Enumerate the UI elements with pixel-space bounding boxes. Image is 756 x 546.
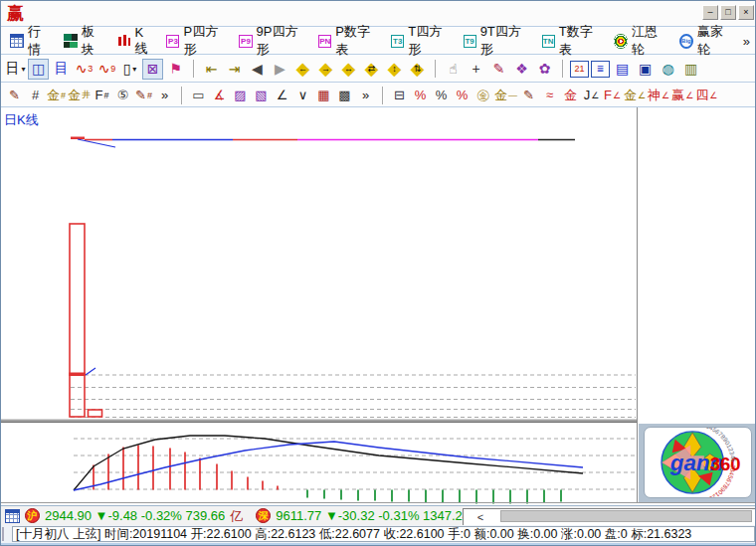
gold-line-tool[interactable]: 金—	[494, 86, 517, 104]
pattern-window-button[interactable]: ⊠	[142, 59, 163, 80]
menu-formula-stock-picker[interactable]	[80, 11, 92, 17]
quotes-button[interactable]: 行情	[4, 29, 58, 53]
gold-angle-tool[interactable]: 金∠	[624, 86, 646, 104]
quote-info-field: [十月初八 上弦] 时间:20191104 开:22.6100 高:22.612…	[12, 526, 755, 542]
sectors-button[interactable]: 板块	[58, 29, 111, 53]
t-number-table-button[interactable]: TN T数字表	[536, 29, 608, 53]
pen-tool[interactable]: ✎	[5, 86, 24, 104]
toolbar-button-label: 9T四方形	[480, 23, 530, 59]
spiral-tool[interactable]: ⑤	[113, 86, 132, 104]
notes-button[interactable]: ▤	[612, 59, 633, 80]
frame-tool[interactable]: ▭	[189, 86, 208, 104]
toolbar-button-icon: T9	[464, 35, 476, 48]
f-angle-tool[interactable]: F∠	[603, 86, 622, 104]
f-grid-tool[interactable]: F#	[93, 86, 111, 104]
measure-button[interactable]: ✎	[488, 59, 509, 80]
market-grid-icon[interactable]	[5, 509, 20, 523]
menu-trade-order[interactable]	[127, 11, 139, 17]
first-bar-button[interactable]: ⇤	[201, 59, 222, 80]
angle-line-tool[interactable]: ∠	[273, 86, 291, 104]
expand-horizontal-button[interactable]: ◆↔	[338, 59, 359, 80]
menu-window[interactable]	[115, 11, 127, 17]
grid-box-tool[interactable]: ▦	[314, 86, 333, 104]
gann360-logo: gann 360 23456789012345678 2345678901234	[644, 427, 752, 498]
fan-box2-tool[interactable]: ▧	[252, 86, 271, 104]
toolbar-overflow-chevron[interactable]: »	[739, 34, 754, 49]
zoom-window-button[interactable]: ◫	[28, 59, 49, 80]
trade-cart-button[interactable]: ▥	[680, 59, 701, 80]
scrollbar-thumb[interactable]	[500, 510, 752, 522]
si-angle-tool[interactable]: 四∠	[695, 86, 717, 104]
hand-tool-button[interactable]: ☝	[443, 59, 464, 80]
quote-info-text: [十月初八 上弦] 时间:20191104 开:22.6100 高:22.612…	[16, 527, 691, 541]
gold-grid-tool[interactable]: 金#	[47, 86, 66, 104]
save-button[interactable]: ▣	[635, 59, 656, 80]
prev-bar-button[interactable]: ◀	[247, 59, 268, 80]
gold-red-tool[interactable]: 金	[561, 86, 580, 104]
shift-right-button[interactable]: ◆→	[315, 59, 336, 80]
kline-button[interactable]: K线	[111, 29, 161, 53]
close-button[interactable]: ×	[738, 5, 754, 20]
menu-file[interactable]	[32, 11, 44, 17]
t9-square-button[interactable]: T9 9T四方形	[458, 29, 536, 53]
pen2-tool[interactable]: ✎	[519, 86, 538, 104]
menu-gann[interactable]	[68, 11, 80, 17]
resize-grip[interactable]	[2, 527, 10, 541]
gann-fan-tool[interactable]: ∡	[210, 86, 229, 104]
calculator-button[interactable]: ≣	[591, 61, 610, 78]
expand-vertical-button[interactable]: ◆↕	[384, 59, 405, 80]
ying-angle-tool[interactable]: 赢∠	[671, 86, 693, 104]
draw-overflow-1[interactable]: »	[155, 86, 174, 104]
menu-help[interactable]	[139, 11, 151, 17]
p-square-button[interactable]: P3 P四方形	[160, 29, 233, 53]
gann-tool-button[interactable]: ❖	[511, 59, 532, 80]
shenzhen-index-quote: 9611.77 ▼-30.32 -0.31% 1347.24	[276, 508, 470, 523]
winner-wheel-button[interactable]: Big 赢家轮	[673, 29, 739, 53]
gold-circle-tool[interactable]: ㊎	[473, 86, 492, 104]
p9-square-button[interactable]: P9 9P四方形	[233, 29, 312, 53]
candle-style-button[interactable]: ▯▾	[119, 59, 140, 80]
scroll-left-arrow-icon[interactable]: <	[463, 511, 498, 523]
pane-splitter[interactable]	[1, 419, 638, 423]
color-flag-button[interactable]: ⚑	[165, 59, 186, 80]
next-bar-button[interactable]: ▶	[270, 59, 290, 80]
grid-box2-tool[interactable]: ▩	[335, 86, 354, 104]
menu-tools[interactable]	[103, 11, 115, 17]
fan-box-tool[interactable]: ▨	[231, 86, 250, 104]
percent-tool[interactable]: %	[432, 86, 451, 104]
gann-wheel-button[interactable]: 江恩轮	[608, 29, 673, 53]
percent-lines-tool[interactable]: %	[411, 86, 430, 104]
zigzag-tool[interactable]: ∨	[293, 86, 312, 104]
period-day-button[interactable]: 日▾	[5, 59, 26, 80]
menu-browse[interactable]	[44, 11, 56, 17]
shift-left-button[interactable]: ◆←	[292, 59, 313, 80]
info-list-button[interactable]: 目	[51, 59, 72, 80]
percent-red-tool[interactable]: %	[453, 86, 472, 104]
j-angle-tool[interactable]: J∠	[582, 86, 601, 104]
menu-news[interactable]	[56, 11, 68, 17]
draw-overflow-2[interactable]: »	[356, 86, 375, 104]
web-export-button[interactable]: ◍	[658, 59, 678, 80]
gann-grid-tool[interactable]: #	[26, 86, 45, 104]
app-logo-icon: 赢	[7, 2, 24, 25]
crosshair-button[interactable]: +	[466, 59, 486, 80]
gold-grid2-tool[interactable]: 金井	[68, 86, 91, 104]
calendar-button[interactable]: 21	[570, 61, 589, 78]
p-number-table-button[interactable]: PN P数字表	[312, 29, 385, 53]
compress-vertical-button[interactable]: ◆⇅	[407, 59, 428, 80]
chart-horizontal-scrollbar[interactable]: <	[463, 508, 755, 525]
rose-tool-button[interactable]: ✿	[534, 59, 555, 80]
pen-grid-tool[interactable]: ✎#	[134, 86, 153, 104]
ma9-button[interactable]: ∿9	[96, 59, 117, 80]
t-square-button[interactable]: T3 T四方形	[385, 29, 457, 53]
menu-settings[interactable]	[92, 11, 103, 17]
wave-tool[interactable]: ≈	[540, 86, 559, 104]
toolbar-button-label: T四方形	[408, 23, 451, 59]
compress-horizontal-button[interactable]: ◆⇄	[361, 59, 382, 80]
ma3-button[interactable]: ∿3	[74, 59, 94, 80]
shen-angle-tool[interactable]: 神∠	[648, 86, 669, 104]
restore-button[interactable]: □	[720, 5, 736, 20]
minimize-button[interactable]: –	[702, 5, 718, 20]
last-bar-button[interactable]: ⇥	[224, 59, 245, 80]
price-ladder-tool[interactable]: ⊟	[390, 86, 409, 104]
